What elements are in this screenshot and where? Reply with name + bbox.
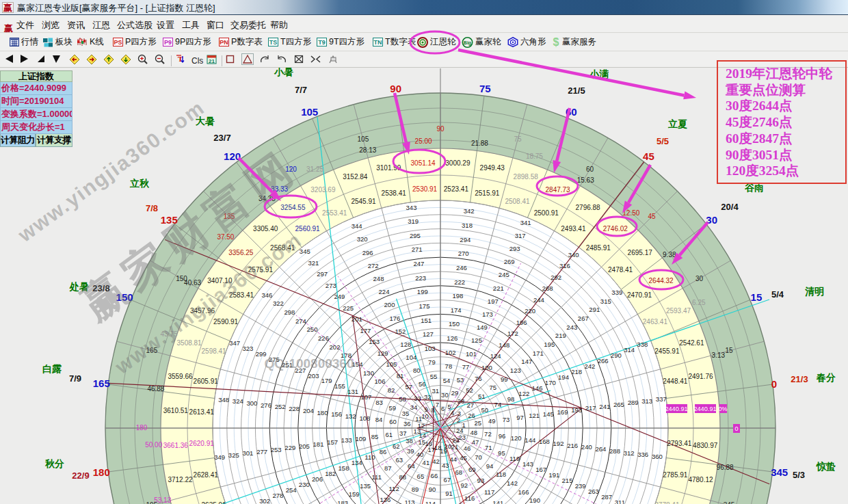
svg-text:266: 266 — [598, 357, 609, 364]
svg-text:124: 124 — [490, 352, 501, 360]
svg-text:2793.41: 2793.41 — [667, 440, 692, 447]
svg-text:144: 144 — [525, 436, 535, 444]
svg-text:75: 75 — [479, 83, 491, 94]
svg-text:2491.76: 2491.76 — [688, 373, 713, 380]
svg-text:2463.41: 2463.41 — [643, 318, 668, 326]
svg-text:66: 66 — [431, 472, 438, 479]
svg-text:15: 15 — [751, 291, 763, 303]
svg-text:149: 149 — [477, 323, 488, 331]
svg-text:20/4: 20/4 — [721, 202, 739, 212]
svg-text:324: 324 — [233, 397, 243, 405]
svg-text:7: 7 — [436, 401, 439, 408]
svg-text:107: 107 — [360, 393, 371, 401]
svg-text:288: 288 — [609, 447, 620, 455]
svg-text:21: 21 — [451, 443, 459, 451]
svg-text:323: 323 — [242, 345, 253, 352]
svg-text:190: 190 — [529, 496, 540, 504]
svg-text:2593.47: 2593.47 — [666, 307, 691, 315]
svg-text:67: 67 — [444, 476, 451, 483]
svg-text:春分: 春分 — [816, 372, 836, 383]
svg-text:8: 8 — [431, 406, 434, 414]
svg-text:122: 122 — [518, 390, 529, 397]
svg-text:146: 146 — [532, 384, 543, 392]
svg-text:立秋: 立秋 — [129, 178, 150, 189]
svg-text:36: 36 — [403, 420, 411, 427]
svg-text:2448.41: 2448.41 — [663, 377, 688, 385]
svg-text:202: 202 — [330, 343, 341, 351]
svg-text:40: 40 — [416, 451, 424, 458]
svg-text:171: 171 — [533, 349, 544, 357]
svg-text:345: 345 — [724, 501, 735, 504]
svg-text:141: 141 — [492, 499, 503, 504]
svg-text:86: 86 — [380, 448, 387, 455]
svg-text:小满: 小满 — [589, 68, 609, 79]
svg-text:136: 136 — [380, 496, 390, 503]
svg-text:145: 145 — [543, 410, 554, 418]
svg-text:24: 24 — [456, 427, 464, 434]
svg-text:3610.51: 3610.51 — [163, 407, 189, 414]
svg-text:103: 103 — [425, 345, 436, 352]
svg-text:101: 101 — [466, 350, 477, 358]
svg-text:2515.91: 2515.91 — [475, 189, 500, 197]
svg-text:79: 79 — [428, 358, 436, 366]
svg-text:108: 108 — [359, 414, 370, 422]
svg-text:134: 134 — [352, 459, 362, 466]
svg-text:117: 117 — [484, 488, 494, 496]
svg-text:5/5: 5/5 — [657, 136, 669, 146]
svg-text:54: 54 — [443, 377, 451, 384]
svg-text:34: 34 — [410, 403, 418, 411]
svg-text:9.38: 9.38 — [663, 251, 676, 258]
svg-text:116: 116 — [464, 494, 475, 502]
svg-text:159: 159 — [349, 490, 360, 498]
svg-text:197: 197 — [488, 297, 499, 305]
svg-text:2530.91: 2530.91 — [412, 185, 438, 193]
svg-text:2590.91: 2590.91 — [213, 318, 239, 326]
svg-text:263: 263 — [588, 488, 599, 495]
svg-text:3508.81: 3508.81 — [177, 339, 202, 347]
svg-text:41: 41 — [423, 459, 430, 466]
svg-text:60: 60 — [586, 165, 594, 173]
svg-text:PN: PN — [220, 39, 228, 46]
svg-text:TS: TS — [269, 39, 278, 46]
svg-text:50: 50 — [481, 406, 488, 414]
svg-text:25: 25 — [474, 419, 481, 427]
svg-text:200: 200 — [384, 301, 395, 308]
svg-text:226: 226 — [318, 334, 329, 342]
svg-text:106: 106 — [375, 377, 386, 385]
svg-text:192: 192 — [553, 440, 564, 447]
svg-text:322: 322 — [273, 300, 284, 307]
svg-text:48: 48 — [471, 429, 478, 436]
svg-text:113: 113 — [404, 499, 414, 504]
svg-text:302: 302 — [259, 497, 270, 504]
svg-text:272: 272 — [368, 262, 379, 269]
svg-text:4780.12: 4780.12 — [688, 476, 713, 483]
svg-text:71: 71 — [485, 444, 492, 451]
svg-text:167: 167 — [535, 466, 546, 473]
svg-text:88: 88 — [399, 473, 406, 481]
svg-text:小暑: 小暑 — [274, 68, 293, 77]
svg-text:10: 10 — [421, 412, 429, 420]
svg-text:241: 241 — [599, 403, 610, 410]
svg-text:P9: P9 — [164, 39, 172, 46]
svg-text:70: 70 — [475, 453, 482, 461]
svg-text:298: 298 — [284, 308, 295, 316]
svg-text:203: 203 — [308, 372, 319, 380]
svg-text:3152.84: 3152.84 — [343, 173, 368, 181]
svg-text:91: 91 — [445, 490, 453, 497]
svg-text:53: 53 — [457, 376, 464, 384]
svg-text:133: 133 — [341, 436, 352, 444]
svg-text:白露: 白露 — [42, 363, 62, 374]
svg-text:QQ:100800360: QQ:100800360 — [265, 356, 354, 371]
svg-text:35: 35 — [402, 410, 410, 417]
svg-text:37: 37 — [399, 429, 407, 437]
svg-text:15: 15 — [726, 347, 734, 354]
svg-text:273: 273 — [326, 282, 336, 289]
svg-text:264: 264 — [595, 445, 606, 453]
svg-text:96: 96 — [499, 432, 506, 440]
svg-text:277: 277 — [256, 448, 267, 455]
svg-text:18.75: 18.75 — [526, 152, 543, 160]
svg-text:73: 73 — [503, 416, 510, 423]
svg-text:104: 104 — [406, 354, 416, 361]
svg-text:22/9: 22/9 — [72, 470, 89, 481]
svg-text:195: 195 — [544, 341, 555, 348]
